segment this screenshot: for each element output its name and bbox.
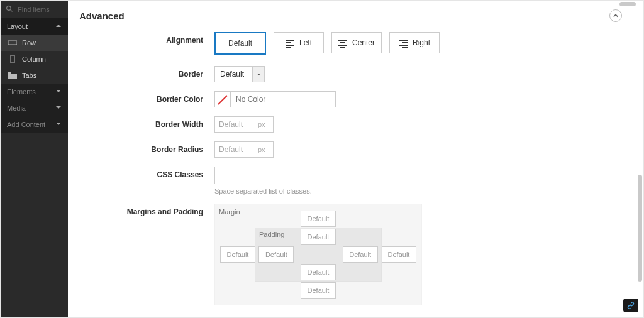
border-width-input[interactable] (215, 120, 258, 129)
sidebar-search[interactable] (1, 1, 68, 18)
label-alignment: Alignment (87, 32, 214, 45)
margin-top-input[interactable] (301, 211, 336, 227)
search-icon (6, 5, 13, 14)
css-classes-input[interactable] (214, 167, 487, 184)
label-css-classes: CSS Classes (87, 167, 214, 179)
top-scrollbar[interactable] (68, 1, 636, 8)
caret-down-icon (257, 72, 261, 77)
svg-rect-1 (11, 55, 14, 63)
main-panel: Advanced Alignment Default Left (68, 1, 643, 317)
alignment-option-right[interactable]: Right (389, 32, 440, 53)
sidebar-item-label: Column (22, 55, 46, 63)
color-swatch-none[interactable] (214, 91, 231, 107)
label-border-radius: Border Radius (87, 141, 214, 154)
sidebar-item-label: Tabs (22, 72, 36, 79)
sidebar-item-tabs[interactable]: Tabs (1, 67, 68, 84)
panel-title: Advanced (79, 11, 125, 21)
tabs-icon (8, 72, 17, 79)
label-border: Border (87, 66, 214, 79)
margin-left-input[interactable] (220, 246, 255, 263)
sidebar-section-elements[interactable]: Elements (1, 84, 68, 100)
align-center-icon (338, 40, 347, 46)
label-border-color: Border Color (87, 91, 214, 104)
svg-rect-2 (8, 74, 17, 79)
link-badge[interactable] (623, 299, 638, 312)
column-icon (8, 55, 17, 63)
svg-rect-3 (8, 72, 11, 74)
border-color-input[interactable] (231, 91, 336, 107)
collapse-button[interactable] (609, 9, 622, 22)
sidebar-section-add-content[interactable]: Add Content (1, 116, 68, 133)
padding-top-input[interactable] (301, 229, 336, 245)
border-select[interactable]: Default (214, 66, 265, 82)
sidebar-section-label: Add Content (7, 121, 45, 128)
sidebar-section-label: Elements (7, 88, 36, 96)
chevron-up-icon (613, 13, 618, 18)
sidebar-section-layout[interactable]: Layout (1, 18, 68, 35)
sidebar-item-column[interactable]: Column (1, 51, 68, 67)
margin-right-input[interactable] (381, 246, 416, 263)
chevron-up-icon (55, 23, 62, 30)
unit-label: px (258, 146, 269, 153)
padding-left-input[interactable] (258, 246, 294, 263)
label-border-width: Border Width (87, 116, 214, 129)
margin-label: Margin (219, 208, 240, 216)
alignment-group: Default Left Center Right (214, 32, 625, 55)
sidebar-section-media[interactable]: Media (1, 100, 68, 116)
padding-bottom-input[interactable] (301, 264, 336, 280)
row-icon (8, 39, 17, 47)
sidebar-item-row[interactable]: Row (1, 35, 68, 51)
dropdown-toggle[interactable] (252, 66, 265, 82)
border-select-value: Default (214, 66, 252, 82)
sidebar-section-label: Media (7, 104, 26, 112)
alignment-option-default[interactable]: Default (214, 32, 266, 55)
align-left-icon (286, 40, 294, 46)
css-classes-hint: Space separated list of classes. (214, 187, 625, 195)
sidebar-item-label: Row (22, 39, 36, 47)
sidebar: Layout Row Column Tabs Elements Media Ad… (1, 1, 68, 317)
padding-right-input[interactable] (343, 246, 378, 263)
svg-rect-0 (8, 41, 17, 45)
sidebar-section-label: Layout (7, 23, 28, 30)
border-radius-input[interactable] (215, 145, 258, 154)
chevron-down-icon (55, 104, 62, 112)
chevron-down-icon (55, 88, 62, 96)
unit-label: px (258, 121, 269, 128)
search-input[interactable] (16, 5, 63, 14)
chevron-down-icon (55, 121, 62, 128)
alignment-option-center[interactable]: Center (331, 32, 382, 53)
link-icon (626, 301, 635, 310)
margin-bottom-input[interactable] (301, 282, 336, 299)
padding-area: Padding (255, 228, 382, 282)
align-right-icon (399, 40, 408, 46)
box-model: Margin Padding (214, 204, 422, 305)
vertical-scrollbar[interactable] (636, 2, 642, 316)
label-margins-padding: Margins and Padding (87, 204, 214, 216)
alignment-option-left[interactable]: Left (274, 32, 324, 53)
